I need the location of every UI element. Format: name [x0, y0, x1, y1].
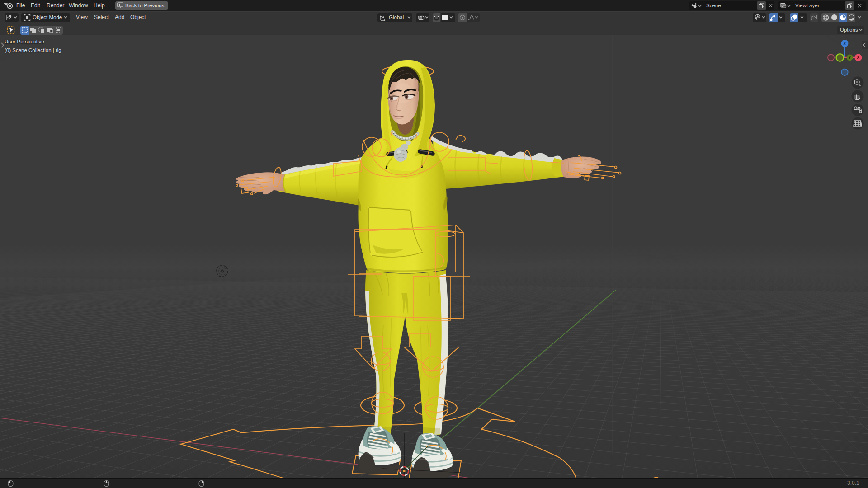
svg-text:Z: Z	[843, 41, 846, 46]
svg-text:Y: Y	[848, 55, 851, 60]
svg-text:X: X	[857, 55, 860, 60]
